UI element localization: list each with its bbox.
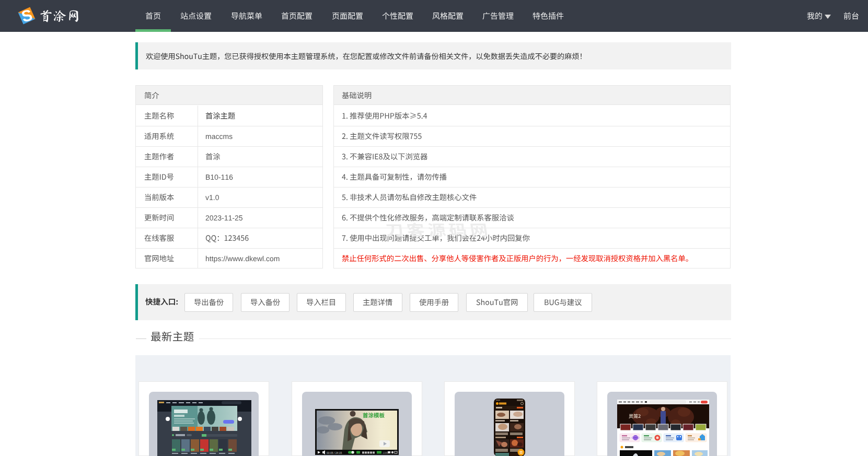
svg-text:S: S bbox=[20, 6, 34, 25]
svg-text:1080: 1080 bbox=[383, 451, 388, 454]
svg-text:00:05 / 24:15: 00:05 / 24:15 bbox=[327, 451, 342, 454]
